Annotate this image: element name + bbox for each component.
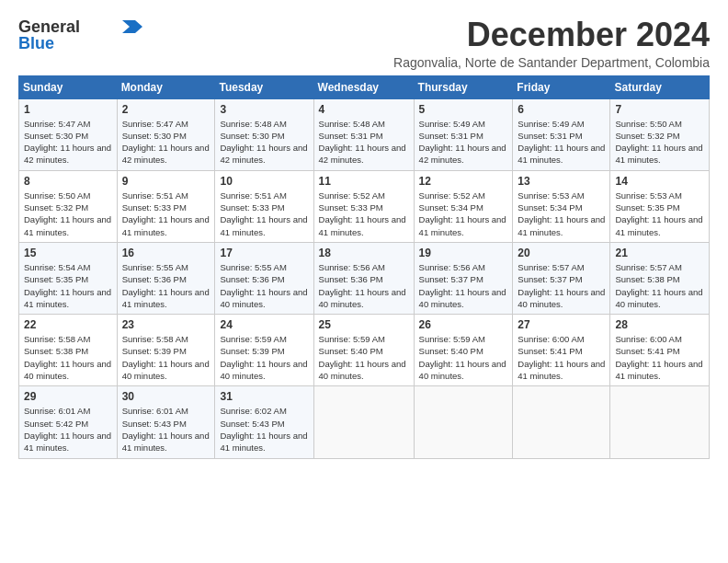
table-row: 18Sunrise: 5:56 AMSunset: 5:36 PMDayligh… [313, 242, 414, 314]
day-number: 1 [24, 103, 112, 116]
day-info: Sunrise: 5:50 AMSunset: 5:32 PMDaylight:… [24, 190, 111, 237]
table-row: 29Sunrise: 6:01 AMSunset: 5:42 PMDayligh… [19, 386, 118, 458]
table-row [414, 386, 513, 458]
table-row [313, 386, 414, 458]
table-row: 26Sunrise: 5:59 AMSunset: 5:40 PMDayligh… [414, 315, 513, 386]
day-info: Sunrise: 5:53 AMSunset: 5:34 PMDaylight:… [518, 190, 605, 237]
day-info: Sunrise: 5:48 AMSunset: 5:30 PMDaylight:… [220, 119, 307, 166]
col-saturday: Saturday [610, 75, 710, 98]
table-row: 8Sunrise: 5:50 AMSunset: 5:32 PMDaylight… [19, 170, 118, 242]
day-number: 5 [419, 103, 508, 116]
day-info: Sunrise: 6:01 AMSunset: 5:42 PMDaylight:… [24, 406, 111, 453]
day-info: Sunrise: 5:58 AMSunset: 5:38 PMDaylight:… [24, 334, 111, 381]
day-info: Sunrise: 5:50 AMSunset: 5:32 PMDaylight:… [615, 119, 702, 166]
table-row: 30Sunrise: 6:01 AMSunset: 5:43 PMDayligh… [117, 386, 215, 458]
table-row: 23Sunrise: 5:58 AMSunset: 5:39 PMDayligh… [117, 315, 215, 386]
table-row: 22Sunrise: 5:58 AMSunset: 5:38 PMDayligh… [19, 315, 118, 386]
table-row: 16Sunrise: 5:55 AMSunset: 5:36 PMDayligh… [117, 242, 215, 314]
table-row: 27Sunrise: 6:00 AMSunset: 5:41 PMDayligh… [513, 315, 610, 386]
day-info: Sunrise: 6:00 AMSunset: 5:41 PMDaylight:… [615, 334, 702, 381]
day-info: Sunrise: 5:51 AMSunset: 5:33 PMDaylight:… [220, 190, 307, 237]
day-number: 31 [220, 390, 308, 403]
calendar-week-row: 29Sunrise: 6:01 AMSunset: 5:42 PMDayligh… [19, 386, 710, 458]
table-row [610, 386, 710, 458]
table-row: 2Sunrise: 5:47 AMSunset: 5:30 PMDaylight… [117, 98, 215, 170]
day-info: Sunrise: 5:53 AMSunset: 5:35 PMDaylight:… [615, 190, 702, 237]
day-number: 4 [319, 103, 409, 116]
month-year-title: December 2024 [393, 17, 710, 53]
day-number: 21 [615, 247, 704, 259]
day-info: Sunrise: 5:57 AMSunset: 5:38 PMDaylight:… [615, 262, 702, 309]
day-number: 23 [122, 318, 210, 331]
day-info: Sunrise: 5:49 AMSunset: 5:31 PMDaylight:… [419, 119, 506, 166]
day-info: Sunrise: 5:59 AMSunset: 5:40 PMDaylight:… [319, 334, 406, 381]
col-wednesday: Wednesday [313, 75, 414, 98]
table-row: 17Sunrise: 5:55 AMSunset: 5:36 PMDayligh… [215, 242, 313, 314]
day-info: Sunrise: 5:55 AMSunset: 5:36 PMDaylight:… [122, 262, 210, 309]
day-info: Sunrise: 5:56 AMSunset: 5:37 PMDaylight:… [419, 262, 506, 309]
day-number: 8 [24, 175, 112, 188]
day-info: Sunrise: 6:00 AMSunset: 5:41 PMDaylight:… [518, 334, 605, 381]
day-info: Sunrise: 6:01 AMSunset: 5:43 PMDaylight:… [122, 406, 210, 453]
calendar-week-row: 1Sunrise: 5:47 AMSunset: 5:30 PMDaylight… [19, 98, 710, 170]
day-number: 22 [24, 318, 112, 331]
day-number: 20 [518, 247, 605, 259]
table-row: 31Sunrise: 6:02 AMSunset: 5:43 PMDayligh… [215, 386, 313, 458]
day-info: Sunrise: 5:48 AMSunset: 5:31 PMDaylight:… [319, 119, 406, 166]
table-row: 24Sunrise: 5:59 AMSunset: 5:39 PMDayligh… [215, 315, 313, 386]
col-sunday: Sunday [19, 75, 118, 98]
col-friday: Friday [513, 75, 610, 98]
location-subtitle: Ragonvalia, Norte de Santander Departmen… [393, 55, 710, 70]
logo-blue: Blue [18, 35, 54, 53]
day-number: 24 [220, 318, 308, 331]
table-row: 20Sunrise: 5:57 AMSunset: 5:37 PMDayligh… [513, 242, 610, 314]
day-number: 25 [319, 318, 409, 331]
title-block: December 2024 Ragonvalia, Norte de Santa… [393, 17, 710, 70]
day-info: Sunrise: 5:47 AMSunset: 5:30 PMDaylight:… [122, 119, 210, 166]
table-row: 13Sunrise: 5:53 AMSunset: 5:34 PMDayligh… [513, 170, 610, 242]
table-row: 5Sunrise: 5:49 AMSunset: 5:31 PMDaylight… [414, 98, 513, 170]
day-number: 17 [220, 247, 308, 259]
table-row: 1Sunrise: 5:47 AMSunset: 5:30 PMDaylight… [19, 98, 118, 170]
table-row: 28Sunrise: 6:00 AMSunset: 5:41 PMDayligh… [610, 315, 710, 386]
col-tuesday: Tuesday [215, 75, 313, 98]
day-info: Sunrise: 5:47 AMSunset: 5:30 PMDaylight:… [24, 119, 111, 166]
table-row: 15Sunrise: 5:54 AMSunset: 5:35 PMDayligh… [19, 242, 118, 314]
calendar-table: Sunday Monday Tuesday Wednesday Thursday… [18, 75, 710, 459]
day-info: Sunrise: 5:58 AMSunset: 5:39 PMDaylight:… [122, 334, 210, 381]
page: General Blue December 2024 Ragonvalia, N… [0, 0, 728, 468]
table-row: 9Sunrise: 5:51 AMSunset: 5:33 PMDaylight… [117, 170, 215, 242]
day-info: Sunrise: 5:55 AMSunset: 5:36 PMDaylight:… [220, 262, 307, 309]
day-number: 11 [319, 175, 409, 188]
col-monday: Monday [117, 75, 215, 98]
day-number: 28 [615, 318, 704, 331]
day-info: Sunrise: 5:56 AMSunset: 5:36 PMDaylight:… [319, 262, 406, 309]
table-row: 21Sunrise: 5:57 AMSunset: 5:38 PMDayligh… [610, 242, 710, 314]
table-row: 7Sunrise: 5:50 AMSunset: 5:32 PMDaylight… [610, 98, 710, 170]
header-row: General Blue December 2024 Ragonvalia, N… [18, 17, 710, 70]
table-row: 12Sunrise: 5:52 AMSunset: 5:34 PMDayligh… [414, 170, 513, 242]
day-info: Sunrise: 5:59 AMSunset: 5:39 PMDaylight:… [220, 334, 307, 381]
table-row: 25Sunrise: 5:59 AMSunset: 5:40 PMDayligh… [313, 315, 414, 386]
calendar-week-row: 22Sunrise: 5:58 AMSunset: 5:38 PMDayligh… [19, 315, 710, 386]
day-info: Sunrise: 6:02 AMSunset: 5:43 PMDaylight:… [220, 406, 307, 453]
day-number: 13 [518, 175, 605, 188]
logo: General Blue [18, 18, 142, 53]
col-thursday: Thursday [414, 75, 513, 98]
table-row: 11Sunrise: 5:52 AMSunset: 5:33 PMDayligh… [313, 170, 414, 242]
table-row [513, 386, 610, 458]
day-number: 10 [220, 175, 308, 188]
day-number: 18 [319, 247, 409, 259]
day-number: 19 [419, 247, 508, 259]
day-number: 26 [419, 318, 508, 331]
table-row: 3Sunrise: 5:48 AMSunset: 5:30 PMDaylight… [215, 98, 313, 170]
table-row: 14Sunrise: 5:53 AMSunset: 5:35 PMDayligh… [610, 170, 710, 242]
day-info: Sunrise: 5:54 AMSunset: 5:35 PMDaylight:… [24, 262, 111, 309]
day-number: 15 [24, 247, 112, 259]
day-number: 9 [122, 175, 210, 188]
day-number: 14 [615, 175, 704, 188]
svg-marker-0 [122, 20, 142, 33]
calendar-week-row: 8Sunrise: 5:50 AMSunset: 5:32 PMDaylight… [19, 170, 710, 242]
table-row: 4Sunrise: 5:48 AMSunset: 5:31 PMDaylight… [313, 98, 414, 170]
day-number: 16 [122, 247, 210, 259]
